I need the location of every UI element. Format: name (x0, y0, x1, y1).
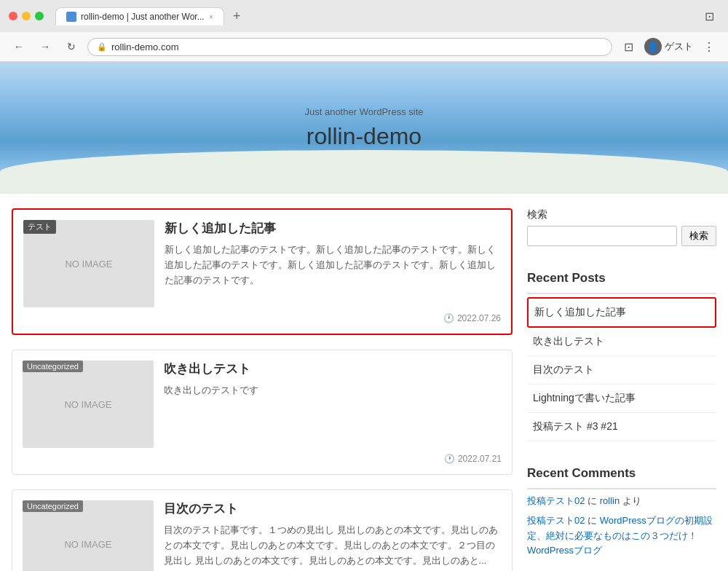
recent-post-item-2[interactable]: 吹き出しテスト (527, 328, 716, 356)
recent-post-item-4[interactable]: Lightningで書いた記事 (527, 385, 716, 413)
comment-suffix-1: より (622, 495, 641, 506)
post-content-1: 新しく追加した記事 新しく追加した記事のテストです。新しく追加した記事のテストで… (165, 220, 501, 307)
recent-comments-heading: Recent Comments (527, 459, 716, 489)
recent-post-item-3[interactable]: 目次のテスト (527, 356, 716, 385)
post-excerpt-2: 吹き出しのテストです (164, 383, 502, 398)
post-badge-3: Uncategorized (23, 500, 83, 512)
traffic-lights (9, 12, 44, 20)
clock-icon-1: 🕐 (443, 313, 454, 323)
maximize-window-button[interactable] (35, 12, 44, 20)
new-tab-button[interactable]: + (227, 9, 247, 24)
post-card-3[interactable]: Uncategorized NO IMAGE 目次のテスト 目次のテスト記事です… (12, 489, 513, 571)
site-title: rollin-demo (306, 123, 422, 150)
post-date-2: 2022.07.21 (458, 454, 502, 464)
post-title-2: 吹き出しテスト (164, 361, 502, 377)
browser-actions: ⊡ 👤 ゲスト ⋮ (618, 36, 719, 57)
sidebar-recent-comments-section: Recent Comments 投稿テスト02 に rollin より 投稿テス… (527, 459, 716, 559)
post-card-inner-2: Uncategorized NO IMAGE 吹き出しテスト 吹き出しのテストで… (23, 361, 502, 448)
post-excerpt-3: 目次のテスト記事です。１つめの見出し 見出しのあとの本文です。見出しのあとの本文… (164, 523, 502, 568)
back-button[interactable]: ← (9, 36, 29, 57)
search-input[interactable] (527, 226, 677, 246)
comment-post-link-2[interactable]: 投稿テスト02 (527, 515, 585, 526)
post-badge-2: Uncategorized (23, 361, 83, 372)
comment-connector-1: に (587, 495, 597, 506)
recent-post-item-5[interactable]: 投稿テスト #3 #21 (527, 413, 716, 441)
minimize-window-button[interactable] (22, 12, 31, 20)
post-meta-1: 🕐 2022.07.26 (23, 313, 501, 323)
recent-post-item-1[interactable]: 新しく追加した記事 (527, 297, 716, 328)
post-badge-1: テスト (23, 220, 56, 234)
sidebar-recent-posts-section: Recent Posts 新しく追加した記事 吹き出しテスト 目次のテスト Li… (527, 264, 716, 441)
post-title-1: 新しく追加した記事 (165, 220, 501, 237)
post-meta-2: 🕐 2022.07.21 (23, 454, 502, 464)
post-card-1[interactable]: テスト NO IMAGE 新しく追加した記事 新しく追加した記事のテストです。新… (12, 208, 513, 335)
post-card-2[interactable]: Uncategorized NO IMAGE 吹き出しテスト 吹き出しのテストで… (12, 350, 513, 475)
guest-label: ゲスト (665, 40, 693, 53)
refresh-button[interactable]: ↻ (61, 36, 82, 57)
recent-posts-list: 新しく追加した記事 吹き出しテスト 目次のテスト Lightningで書いた記事… (527, 297, 716, 441)
tab-bar: rollin-demo | Just another Wor... × + (55, 7, 693, 25)
tab-close-button[interactable]: × (209, 12, 213, 21)
tab-favicon (66, 12, 76, 22)
post-title-3: 目次のテスト (164, 500, 502, 517)
sidebar-search-section: 検索 検索 (527, 208, 716, 246)
site-tagline: Just another WordPress site (304, 106, 423, 117)
browser-nav: ← → ↻ 🔒 rollin-demo.com ⊡ 👤 ゲスト ⋮ (0, 32, 728, 62)
search-button[interactable]: 検索 (681, 226, 716, 246)
main-container: テスト NO IMAGE 新しく追加した記事 新しく追加した記事のテストです。新… (0, 194, 728, 571)
account-button[interactable]: 👤 ゲスト (644, 38, 693, 55)
post-card-inner-3: Uncategorized NO IMAGE 目次のテスト 目次のテスト記事です… (23, 500, 502, 571)
post-card-inner-1: テスト NO IMAGE 新しく追加した記事 新しく追加した記事のテストです。新… (23, 220, 501, 307)
post-thumbnail-3: Uncategorized NO IMAGE (23, 500, 154, 571)
comment-post-link-1[interactable]: 投稿テスト02 (527, 495, 585, 506)
recent-posts-heading: Recent Posts (527, 264, 716, 294)
recent-comment-2: 投稿テスト02 に WordPressブログの初期設定、絶対に必要なものはこの３… (527, 513, 716, 559)
tab-title: rollin-demo | Just another Wor... (81, 12, 205, 22)
lock-icon: 🔒 (97, 42, 107, 52)
sidebar: 検索 検索 Recent Posts 新しく追加した記事 吹き出しテスト 目次の… (527, 208, 716, 571)
browser-titlebar: rollin-demo | Just another Wor... × + ⊡ (0, 0, 728, 32)
post-date-1: 2022.07.26 (457, 313, 501, 323)
post-content-2: 吹き出しテスト 吹き出しのテストです (164, 361, 502, 448)
window-resize-button[interactable]: ⊡ (699, 6, 719, 26)
clock-icon-2: 🕐 (444, 454, 455, 464)
address-text: rollin-demo.com (111, 42, 178, 52)
page-wrapper: Just another WordPress site rollin-demo … (0, 63, 728, 571)
browser-chrome: rollin-demo | Just another Wor... × + ⊡ … (0, 0, 728, 63)
search-label: 検索 (527, 208, 716, 221)
comment-author-link-1[interactable]: rollin (600, 495, 620, 506)
forward-button[interactable]: → (35, 36, 55, 57)
window-controls: ⊡ (699, 6, 719, 26)
search-row: 検索 (527, 226, 716, 246)
address-bar[interactable]: 🔒 rollin-demo.com (87, 38, 612, 56)
posts-area: テスト NO IMAGE 新しく追加した記事 新しく追加した記事のテストです。新… (12, 208, 513, 571)
menu-button[interactable]: ⋮ (699, 36, 719, 57)
active-tab[interactable]: rollin-demo | Just another Wor... × (55, 7, 224, 25)
site-header: Just another WordPress site rollin-demo (0, 63, 728, 194)
post-excerpt-1: 新しく追加した記事のテストです。新しく追加した記事のテストです。新しく追加した記… (165, 243, 501, 288)
recent-comment-1: 投稿テスト02 に rollin より (527, 494, 716, 509)
post-thumbnail-2: Uncategorized NO IMAGE (23, 361, 154, 448)
comment-connector-2: に (587, 515, 597, 526)
post-content-3: 目次のテスト 目次のテスト記事です。１つめの見出し 見出しのあとの本文です。見出… (164, 500, 502, 571)
cast-button[interactable]: ⊡ (618, 36, 638, 57)
close-window-button[interactable] (9, 12, 17, 20)
post-thumbnail-1: テスト NO IMAGE (23, 220, 154, 307)
guest-avatar: 👤 (644, 38, 662, 55)
